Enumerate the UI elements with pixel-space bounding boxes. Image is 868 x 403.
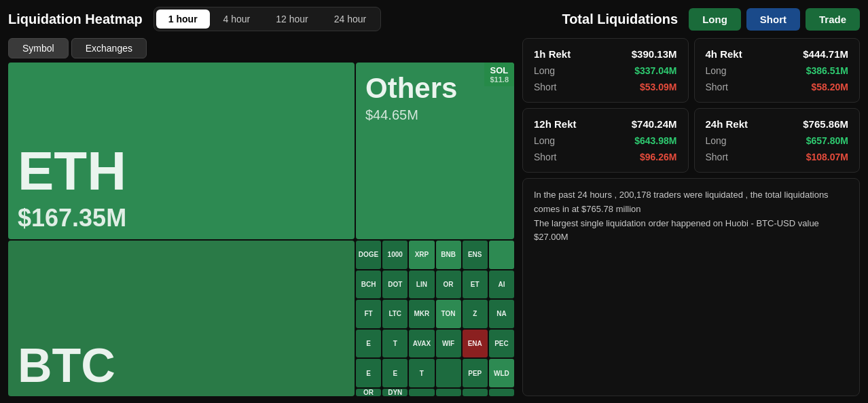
small-heatmap-cell[interactable]: BCH bbox=[356, 270, 381, 299]
small-heatmap-cell[interactable]: E bbox=[356, 330, 381, 358]
small-heatmap-cell[interactable]: ENA bbox=[463, 330, 488, 358]
small-heatmap-cell[interactable]: 1000 bbox=[382, 241, 408, 269]
tab-1hour[interactable]: 1 hour bbox=[156, 10, 210, 29]
stat-value: $390.13M bbox=[632, 48, 677, 60]
heatmap-cell-others[interactable]: SOL $11.8 Others $44.65M bbox=[356, 63, 514, 239]
small-heatmap-cell[interactable]: AVAX bbox=[409, 330, 434, 358]
sol-value: $11.8 bbox=[490, 75, 509, 84]
info-card: In the past 24 hours , 200,178 traders w… bbox=[522, 178, 860, 396]
small-heatmap-cell[interactable]: DOGE bbox=[356, 241, 381, 269]
stat-value: $96.26M bbox=[640, 152, 676, 162]
stat-value: $765.86M bbox=[803, 118, 848, 130]
small-heatmap-cell[interactable] bbox=[489, 389, 514, 396]
small-heatmap-cell[interactable]: ET bbox=[463, 270, 488, 299]
sol-badge: SOL $11.8 bbox=[484, 63, 514, 86]
small-heatmap-cell[interactable]: DYN bbox=[382, 389, 408, 396]
tab-12hour[interactable]: 12 hour bbox=[264, 10, 320, 29]
stat-card-12h: 12h Rekt$740.24MLong$643.98MShort$96.26M bbox=[522, 108, 689, 173]
page-title: Liquidation Heatmap bbox=[8, 12, 143, 27]
short-button[interactable]: Short bbox=[746, 8, 800, 31]
small-heatmap-cell[interactable]: WLD bbox=[489, 359, 514, 387]
small-heatmap-cell[interactable]: NA bbox=[489, 300, 514, 328]
tab-symbol[interactable]: Symbol bbox=[8, 38, 69, 58]
stat-label: 4h Rekt bbox=[706, 48, 742, 60]
header: Liquidation Heatmap 1 hour 4 hour 12 hou… bbox=[8, 7, 860, 31]
small-heatmap-cell[interactable]: T bbox=[409, 359, 434, 387]
small-heatmap-cell[interactable]: OR bbox=[436, 270, 461, 299]
small-heatmap-cell[interactable]: OR bbox=[356, 389, 381, 396]
stat-label: 24h Rekt bbox=[706, 118, 748, 130]
tab-4hour[interactable]: 4 hour bbox=[211, 10, 263, 29]
eth-value: $167.35M bbox=[18, 204, 345, 232]
small-heatmap-cell[interactable]: E bbox=[356, 359, 381, 387]
stat-row: Short$108.07M bbox=[706, 152, 849, 162]
stat-label: Short bbox=[534, 152, 556, 162]
small-heatmap-cell[interactable]: Z bbox=[463, 300, 488, 328]
small-heatmap-cell[interactable]: PEC bbox=[489, 330, 514, 358]
stat-value: $386.51M bbox=[806, 65, 848, 76]
stat-row: 24h Rekt$765.86M bbox=[706, 118, 849, 130]
small-heatmap-cell[interactable]: TON bbox=[436, 300, 461, 328]
stat-row: Long$657.80M bbox=[706, 135, 849, 146]
heatmap: ETH $167.35M SOL $11.8 Others $44.65M BT… bbox=[8, 63, 514, 396]
total-liquidations-label: Total Liquidations bbox=[562, 12, 678, 27]
stat-value: $444.71M bbox=[803, 48, 848, 60]
trade-button[interactable]: Trade bbox=[806, 8, 860, 31]
others-symbol: Others bbox=[365, 72, 505, 105]
left-panel: Symbol Exchanges ETH $167.35M SOL $11.8 … bbox=[8, 38, 514, 396]
tab-exchanges[interactable]: Exchanges bbox=[71, 38, 147, 58]
small-heatmap-cell[interactable] bbox=[489, 241, 514, 269]
stat-card-4h: 4h Rekt$444.71MLong$386.51MShort$58.20M bbox=[694, 38, 861, 103]
small-heatmap-cell[interactable]: T bbox=[382, 330, 408, 358]
small-heatmap-cell[interactable]: FT bbox=[356, 300, 381, 328]
small-heatmap-cell[interactable]: E bbox=[382, 359, 408, 387]
stat-row: Short$53.09M bbox=[534, 82, 677, 92]
stat-label: Long bbox=[534, 65, 555, 76]
long-button[interactable]: Long bbox=[689, 8, 741, 31]
stat-row: Short$96.26M bbox=[534, 152, 677, 162]
small-heatmap-cell[interactable] bbox=[436, 359, 461, 387]
sol-label: SOL bbox=[490, 65, 509, 75]
eth-symbol: ETH bbox=[18, 144, 345, 198]
small-heatmap-cell[interactable]: BNB bbox=[436, 241, 461, 269]
symbol-tab-group: Symbol Exchanges bbox=[8, 38, 514, 58]
small-heatmap-cell[interactable]: AI bbox=[489, 270, 514, 299]
small-heatmap-cell[interactable]: LTC bbox=[382, 300, 408, 328]
stat-value: $657.80M bbox=[806, 135, 848, 146]
small-heatmap-cell[interactable]: MKR bbox=[409, 300, 434, 328]
stats-grid: 1h Rekt$390.13MLong$337.04MShort$53.09M4… bbox=[522, 38, 860, 173]
stat-row: Long$643.98M bbox=[534, 135, 677, 146]
small-heatmap-cell[interactable]: XRP bbox=[409, 241, 434, 269]
stat-row: 4h Rekt$444.71M bbox=[706, 48, 849, 60]
heatmap-cell-btc[interactable]: BTC bbox=[8, 241, 355, 396]
stat-row: Long$386.51M bbox=[706, 65, 849, 76]
stat-label: Short bbox=[534, 82, 556, 92]
stat-value: $108.07M bbox=[806, 152, 848, 162]
stat-label: 12h Rekt bbox=[534, 118, 577, 130]
small-heatmap-cell[interactable]: PEP bbox=[463, 359, 488, 387]
small-heatmap-cell[interactable]: DOT bbox=[382, 270, 408, 299]
main-content: Symbol Exchanges ETH $167.35M SOL $11.8 … bbox=[8, 38, 860, 396]
stat-row: 1h Rekt$390.13M bbox=[534, 48, 677, 60]
right-panel: 1h Rekt$390.13MLong$337.04MShort$53.09M4… bbox=[522, 38, 860, 396]
stat-label: Long bbox=[706, 135, 727, 146]
others-value: $44.65M bbox=[365, 107, 505, 123]
btc-symbol: BTC bbox=[18, 342, 345, 389]
stat-row: 12h Rekt$740.24M bbox=[534, 118, 677, 130]
time-tab-group: 1 hour 4 hour 12 hour 24 hour bbox=[153, 7, 381, 31]
stat-value: $53.09M bbox=[640, 82, 676, 92]
small-heatmap-cell[interactable] bbox=[409, 389, 434, 396]
small-heatmap-cell[interactable]: ENS bbox=[463, 241, 488, 269]
stat-label: 1h Rekt bbox=[534, 48, 571, 60]
small-heatmap-cell[interactable] bbox=[436, 389, 461, 396]
tab-24hour[interactable]: 24 hour bbox=[322, 10, 378, 29]
stat-label: Short bbox=[706, 82, 728, 92]
stat-card-1h: 1h Rekt$390.13MLong$337.04MShort$53.09M bbox=[522, 38, 689, 103]
small-heatmap-cell[interactable]: WIF bbox=[436, 330, 461, 358]
stat-row: Short$58.20M bbox=[706, 82, 849, 92]
stat-value: $337.04M bbox=[634, 65, 676, 76]
stat-label: Long bbox=[706, 65, 727, 76]
small-heatmap-cell[interactable]: LIN bbox=[409, 270, 434, 299]
small-heatmap-cell[interactable] bbox=[463, 389, 488, 396]
heatmap-cell-eth[interactable]: ETH $167.35M bbox=[8, 63, 355, 239]
